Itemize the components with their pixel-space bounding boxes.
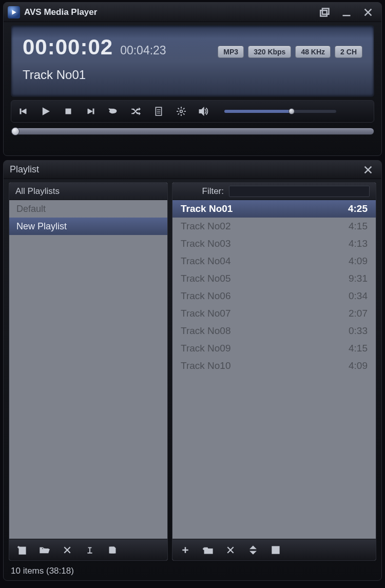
restore-button[interactable] — [318, 7, 332, 18]
format-badge: 48 KHz — [295, 46, 331, 58]
next-button[interactable] — [85, 106, 97, 117]
remove-track-button[interactable] — [225, 544, 236, 556]
shuffle-button[interactable] — [130, 106, 142, 117]
track-name: Track No03 — [181, 238, 231, 249]
track-duration: 4:15 — [349, 221, 368, 232]
svg-rect-38 — [111, 547, 114, 550]
track-row[interactable]: Track No072:07 — [172, 305, 376, 322]
open-playlist-button[interactable] — [39, 544, 50, 556]
track-name: Track No01 — [181, 203, 233, 214]
total-time: 00:04:23 — [120, 44, 166, 57]
svg-rect-2 — [320, 10, 327, 16]
player-window: AVS Media Player 00:00:02 00:04:23 MP332… — [3, 2, 382, 156]
track-duration: 4:25 — [348, 203, 368, 214]
svg-marker-46 — [250, 546, 256, 549]
track-duration: 4:09 — [349, 256, 368, 267]
move-track-button[interactable] — [247, 544, 259, 556]
close-button[interactable] — [361, 7, 375, 18]
playlists-panel: All Playlists DefaultNew Playlist — [9, 182, 168, 561]
svg-rect-11 — [93, 109, 94, 114]
svg-rect-9 — [66, 109, 71, 114]
volume-icon[interactable] — [198, 106, 209, 117]
track-duration: 4:15 — [349, 343, 368, 354]
playlist-item[interactable]: New Playlist — [9, 218, 167, 235]
track-name: Track No06 — [181, 290, 231, 302]
track-name: Track No08 — [181, 325, 231, 337]
svg-rect-39 — [111, 551, 114, 553]
filter-label: Filter: — [179, 186, 224, 197]
svg-marker-10 — [88, 109, 92, 114]
svg-line-22 — [183, 113, 184, 114]
svg-rect-6 — [20, 109, 21, 114]
track-duration: 9:31 — [349, 273, 368, 284]
save-playlist-button[interactable] — [107, 544, 118, 556]
delete-playlist-button[interactable] — [62, 544, 73, 556]
tracks-toolbar — [172, 539, 376, 560]
track-name: Track No05 — [181, 273, 231, 284]
track-duration: 0:33 — [349, 325, 368, 337]
window-buttons — [318, 7, 375, 18]
minimize-button[interactable] — [339, 7, 354, 18]
track-info-button[interactable] — [270, 544, 281, 556]
format-badge: MP3 — [218, 46, 244, 58]
svg-line-21 — [178, 108, 179, 109]
track-row[interactable]: Track No059:31 — [172, 270, 376, 287]
track-row[interactable]: Track No080:33 — [172, 322, 376, 340]
now-playing-title: Track No01 — [23, 68, 362, 82]
playlist-toggle-button[interactable] — [153, 106, 164, 117]
track-row[interactable]: Track No044:09 — [172, 252, 376, 270]
track-row[interactable]: Track No104:09 — [172, 357, 376, 375]
seek-bar[interactable] — [11, 128, 374, 135]
format-badge: 320 Kbps — [248, 46, 291, 58]
track-name: Track No10 — [181, 360, 231, 371]
app-icon — [8, 6, 20, 18]
track-name: Track No07 — [181, 308, 231, 319]
playlists-header: All Playlists — [9, 183, 167, 200]
track-row[interactable]: Track No014:25 — [172, 200, 376, 218]
track-row[interactable]: Track No034:13 — [172, 235, 376, 252]
track-duration: 2:07 — [349, 308, 368, 319]
stop-button[interactable] — [63, 106, 74, 117]
svg-marker-0 — [12, 10, 16, 15]
svg-marker-7 — [22, 109, 26, 114]
app-title: AVS Media Player — [24, 7, 97, 17]
add-folder-button[interactable] — [202, 544, 214, 556]
playlists-toolbar — [9, 539, 167, 560]
track-duration: 4:09 — [349, 360, 368, 371]
tracks-panel: Filter: Track No014:25Track No024:15Trac… — [172, 182, 376, 561]
svg-line-24 — [178, 113, 179, 114]
svg-marker-47 — [250, 551, 256, 554]
playlist-title: Playlist — [10, 164, 39, 175]
track-name: Track No09 — [181, 343, 231, 354]
track-name: Track No02 — [181, 221, 231, 232]
svg-marker-25 — [199, 107, 204, 115]
playlist-item[interactable]: Default — [9, 200, 167, 218]
playlist-window: Playlist All Playlists DefaultNew Playli… — [3, 160, 382, 581]
volume-slider[interactable] — [224, 109, 337, 113]
track-row[interactable]: Track No060:34 — [172, 287, 376, 305]
new-playlist-button[interactable] — [16, 544, 28, 556]
track-duration: 0:34 — [349, 290, 368, 302]
display-panel: 00:00:02 00:04:23 MP3320 Kbps48 KHz2 CH … — [11, 25, 374, 97]
prev-button[interactable] — [17, 106, 29, 117]
elapsed-time[interactable]: 00:00:02 — [23, 35, 113, 60]
play-button[interactable] — [40, 106, 51, 117]
add-track-button[interactable] — [180, 544, 191, 556]
svg-line-23 — [183, 108, 184, 109]
track-name: Track No04 — [181, 256, 231, 267]
track-duration: 4:13 — [349, 238, 368, 249]
titlebar[interactable]: AVS Media Player — [4, 3, 381, 22]
transport-controls — [11, 100, 374, 123]
settings-button[interactable] — [176, 106, 187, 117]
filter-input[interactable] — [229, 186, 370, 197]
track-row[interactable]: Track No024:15 — [172, 218, 376, 235]
playlist-close-button[interactable] — [361, 164, 375, 175]
playlist-titlebar[interactable]: Playlist — [4, 161, 381, 179]
status-bar: 10 items (38:18) — [4, 563, 381, 580]
track-row[interactable]: Track No094:15 — [172, 340, 376, 357]
filter-row: Filter: — [172, 183, 376, 200]
svg-marker-8 — [43, 108, 49, 115]
format-badge: 2 CH — [335, 46, 362, 58]
rename-playlist-button[interactable] — [84, 544, 95, 556]
repeat-button[interactable] — [108, 106, 119, 117]
